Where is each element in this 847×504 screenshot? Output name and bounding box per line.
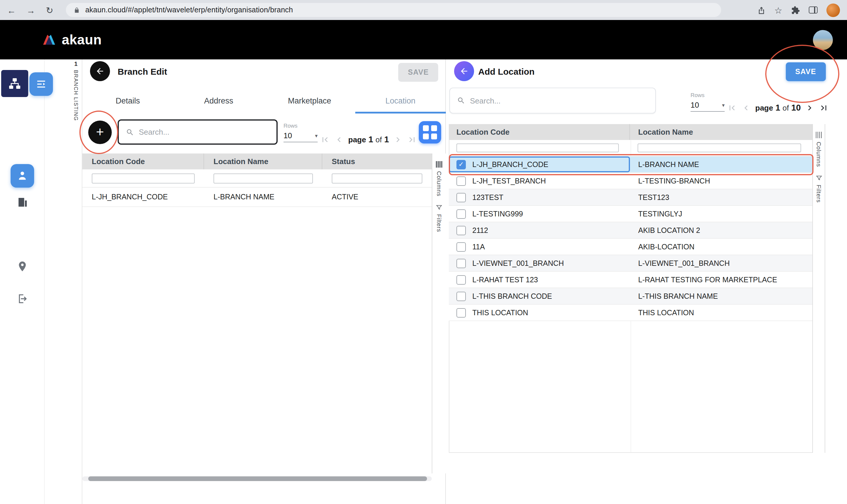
location-row[interactable]: L-VIEWNET_001_BRANCHL-VIEWNET_001_BRANCH	[449, 255, 812, 272]
browser-forward-icon[interactable]: →	[26, 5, 35, 14]
side-panel-icon[interactable]	[809, 6, 817, 14]
next-page-button[interactable]	[805, 103, 815, 113]
branch-edit-save-button[interactable]: SAVE	[398, 63, 438, 82]
column-header-status[interactable]: Status	[322, 154, 432, 169]
rows-per-page-select[interactable]: Rows 10 ▾	[690, 92, 725, 112]
tab-address[interactable]: Address	[173, 88, 264, 113]
filters-toggle[interactable]: Filters	[813, 175, 825, 203]
location-row[interactable]: 2112AKIB LOCATION 2	[449, 222, 812, 239]
row-checkbox[interactable]	[456, 275, 466, 284]
columns-icon	[816, 132, 822, 138]
rows-per-page-select[interactable]: Rows 10 ▾	[284, 122, 318, 142]
address-bar[interactable]: akaun.cloud/#/applet/tnt/wavelet/erp/ent…	[66, 3, 721, 17]
sidebar-item-exit[interactable]	[0, 293, 45, 305]
location-code-text: L-VIEWNET_001_BRANCH	[472, 259, 564, 267]
row-checkbox[interactable]	[456, 209, 466, 218]
applet-tab-branch-listing[interactable]: 1 BRANCH LISTING	[73, 60, 79, 121]
location-row[interactable]: L-TESTING999TESTINGLYJ	[449, 206, 812, 222]
sidebar-menu-toggle[interactable]	[30, 72, 53, 96]
column-header-location-code[interactable]: Location Code	[82, 154, 204, 169]
add-location-title: Add Location	[478, 67, 535, 76]
column-header-location-name[interactable]: Location Name	[630, 124, 812, 140]
table-cell: L-BRANCH NAME	[204, 193, 322, 201]
location-row[interactable]: 123TESTTEST123	[449, 190, 812, 206]
location-row[interactable]: 11AAKIB-LOCATION	[449, 239, 812, 255]
sidebar-item-company[interactable]	[0, 196, 45, 208]
columns-toggle[interactable]: Columns	[432, 161, 446, 196]
prev-page-button[interactable]	[741, 103, 751, 113]
branch-location-filter-row	[82, 169, 432, 187]
sidebar-item-location[interactable]	[0, 260, 45, 272]
location-row[interactable]: L-RAHAT TEST 123L-RAHAT TESTING FOR MARK…	[449, 272, 812, 288]
row-checkbox[interactable]	[456, 242, 466, 251]
browser-back-icon[interactable]: ←	[7, 5, 16, 14]
location-code-cell: L-JH_TEST_BRANCH	[449, 173, 630, 189]
search-input[interactable]	[139, 128, 269, 137]
browser-reload-icon[interactable]: ↻	[46, 5, 53, 14]
columns-toggle[interactable]: Columns	[813, 132, 825, 167]
row-checkbox[interactable]	[456, 308, 466, 317]
location-code-cell: ✓L-JH_BRANCH_CODE	[449, 157, 630, 172]
first-page-button[interactable]	[727, 103, 737, 113]
add-location-panel: Add Location SAVE Rows 10 ▾ page 1 of 10	[447, 59, 847, 504]
location-row[interactable]: L-JH_TEST_BRANCHL-TESTING-BRANCH	[449, 173, 812, 190]
search-input[interactable]	[470, 96, 648, 105]
branch-location-search	[118, 120, 277, 145]
tab-location[interactable]: Location	[355, 88, 446, 113]
filter-status-input[interactable]	[332, 173, 422, 183]
browser-profile-avatar[interactable]	[826, 3, 840, 17]
add-location-plus-button[interactable]: +	[88, 121, 112, 144]
horizontal-scrollbar-thumb[interactable]	[88, 476, 427, 481]
location-code-text: L-JH_TEST_BRANCH	[472, 177, 546, 185]
tab-marketplace[interactable]: Marketplace	[264, 88, 355, 113]
row-checkbox[interactable]	[456, 176, 466, 185]
location-code-text: L-THIS BRANCH CODE	[472, 292, 552, 300]
next-page-button[interactable]	[393, 134, 403, 144]
column-header-location-name[interactable]: Location Name	[204, 154, 322, 169]
add-location-back-button[interactable]	[454, 61, 474, 81]
add-location-save-button[interactable]: SAVE	[786, 62, 826, 81]
location-code-cell: L-VIEWNET_001_BRANCH	[449, 255, 630, 271]
brand-name: akaun	[62, 32, 102, 48]
share-icon[interactable]	[757, 5, 765, 14]
location-row[interactable]: ✓L-JH_BRANCH_CODEL-BRANCH NAME	[449, 157, 812, 173]
filter-location-name-input[interactable]	[637, 144, 801, 152]
branch-edit-back-button[interactable]	[90, 61, 110, 81]
person-icon	[16, 170, 28, 182]
applet-tab-number: 1	[74, 60, 77, 67]
row-checkbox[interactable]	[456, 258, 466, 268]
user-avatar[interactable]	[813, 30, 833, 50]
first-page-button[interactable]	[320, 134, 330, 144]
extensions-puzzle-icon[interactable]	[791, 5, 800, 14]
dropdown-caret-icon: ▾	[315, 132, 318, 139]
filter-location-code-input[interactable]	[92, 173, 195, 183]
tab-details[interactable]: Details	[82, 88, 173, 113]
bookmark-star-icon[interactable]: ☆	[774, 5, 782, 14]
column-header-location-code[interactable]: Location Code	[449, 124, 630, 140]
filters-toggle[interactable]: Filters	[432, 204, 446, 232]
sidebar-item-organisation-applet[interactable]	[1, 70, 28, 97]
location-name-cell: AKIB LOCATION 2	[630, 222, 812, 238]
filter-location-code-input[interactable]	[456, 144, 619, 152]
sidebar-item-branch-active[interactable]	[11, 164, 34, 187]
akaun-logo[interactable]: akaun	[41, 32, 102, 48]
location-row[interactable]: L-THIS BRANCH CODEL-THIS BRANCH NAME	[449, 288, 812, 305]
location-name-cell: L-TESTING-BRANCH	[630, 173, 812, 189]
location-name-cell: AKIB-LOCATION	[630, 239, 812, 255]
filter-location-name-input[interactable]	[214, 173, 313, 183]
funnel-icon	[436, 204, 442, 211]
app-header: akaun	[0, 20, 847, 59]
location-row[interactable]: THIS LOCATIONTHIS LOCATION	[449, 305, 812, 321]
row-checkbox[interactable]: ✓	[456, 160, 466, 169]
row-checkbox[interactable]	[456, 226, 466, 235]
branch-table-side-strip: Columns Filters	[432, 154, 446, 473]
last-page-button[interactable]	[407, 134, 417, 144]
row-checkbox[interactable]	[456, 193, 466, 202]
table-row[interactable]: L-JH_BRANCH_CODEL-BRANCH NAMEACTIVE	[82, 187, 432, 207]
location-code-text: 2112	[472, 226, 488, 234]
applet-tab-label: BRANCH LISTING	[73, 70, 79, 121]
last-page-button[interactable]	[819, 103, 829, 113]
prev-page-button[interactable]	[334, 134, 344, 144]
grid-view-button[interactable]	[419, 121, 441, 144]
row-checkbox[interactable]	[456, 291, 466, 301]
